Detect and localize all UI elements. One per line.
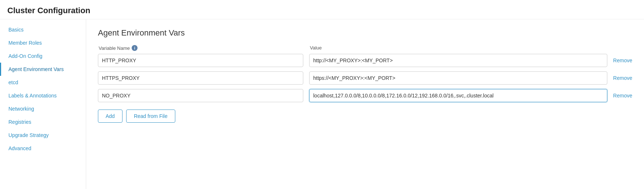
button-row: Add Read from File — [98, 110, 632, 123]
sidebar-item-advanced[interactable]: Advanced — [0, 142, 86, 155]
sidebar-item-upgrade-strategy[interactable]: Upgrade Strategy — [0, 129, 86, 142]
env-value-input-1[interactable] — [309, 54, 607, 67]
remove-link-2[interactable]: Remove — [613, 75, 632, 81]
column-name-label: Variable Name i — [99, 45, 304, 51]
page-title: Cluster Configuration — [0, 0, 644, 19]
table-header: Variable Name i Value — [98, 45, 632, 51]
env-value-input-2[interactable] — [309, 71, 607, 85]
env-name-input-2[interactable] — [98, 71, 303, 85]
remove-link-3[interactable]: Remove — [613, 93, 632, 99]
read-from-file-button[interactable]: Read from File — [126, 110, 175, 123]
sidebar-item-member-roles[interactable]: Member Roles — [0, 36, 86, 49]
env-value-input-3[interactable] — [309, 89, 607, 102]
env-row-2: Remove — [98, 71, 632, 85]
column-value-label: Value — [310, 45, 632, 51]
sidebar-item-agent-environment-vars[interactable]: Agent Environment Vars — [0, 63, 86, 76]
section-title: Agent Environment Vars — [98, 28, 632, 38]
sidebar-item-add-on-config[interactable]: Add-On Config — [0, 49, 86, 63]
env-name-input-3[interactable] — [98, 89, 303, 102]
env-row-1: Remove — [98, 54, 632, 67]
main-content: Agent Environment Vars Variable Name i V… — [86, 19, 644, 189]
sidebar-item-basics[interactable]: Basics — [0, 23, 86, 36]
env-name-input-1[interactable] — [98, 54, 303, 67]
sidebar-item-registries[interactable]: Registries — [0, 115, 86, 129]
remove-link-1[interactable]: Remove — [613, 58, 632, 63]
info-icon: i — [132, 45, 138, 51]
env-rows-container: RemoveRemoveRemove — [98, 54, 632, 102]
sidebar-item-networking[interactable]: Networking — [0, 102, 86, 115]
sidebar-item-etcd[interactable]: etcd — [0, 76, 86, 89]
sidebar: BasicsMember RolesAdd-On ConfigAgent Env… — [0, 19, 86, 189]
env-row-3: Remove — [98, 89, 632, 102]
add-button[interactable]: Add — [98, 110, 122, 123]
sidebar-item-labels-annotations[interactable]: Labels & Annotations — [0, 89, 86, 102]
